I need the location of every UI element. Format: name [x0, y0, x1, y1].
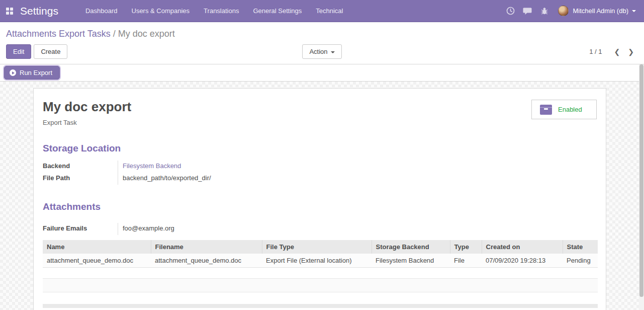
enabled-button[interactable]: Enabled — [531, 100, 597, 119]
grid-icon — [6, 8, 13, 15]
col-header-state[interactable]: State — [563, 240, 598, 254]
cp-left: Edit Create — [6, 44, 217, 59]
create-button[interactable]: Create — [34, 44, 67, 59]
record-subtitle: Export Task — [43, 119, 131, 126]
action-dropdown-button[interactable]: Action — [302, 44, 341, 59]
screen: Settings Dashboard Users & Companies Tra… — [0, 0, 644, 310]
attachments-table: Name Filename File Type Storage Backend … — [43, 240, 598, 308]
field-label-backend: Backend — [43, 161, 118, 170]
archive-icon — [540, 105, 552, 115]
empty-row — [43, 279, 598, 292]
table-row[interactable]: attachment_queue_demo.doc attachment_que… — [43, 254, 598, 268]
control-panel: Attachments Export Tasks / My doc export… — [0, 22, 644, 64]
empty-row — [43, 268, 598, 279]
run-export-button[interactable]: Run Export — [4, 66, 60, 80]
messages-chat-icon[interactable] — [519, 0, 536, 22]
pager-next-icon[interactable]: ❯ — [624, 47, 638, 57]
scrollbar-track[interactable] — [639, 64, 644, 310]
table-footer-row — [43, 304, 598, 308]
field-row-failure-emails: Failure Emails foo@example.org — [43, 223, 597, 235]
navbar-left: Settings Dashboard Users & Companies Tra… — [3, 0, 350, 22]
col-header-storage-backend[interactable]: Storage Backend — [372, 240, 450, 254]
cell-name: attachment_queue_demo.doc — [43, 254, 151, 268]
field-row-file-path: File Path backend_path/to/exported_dir/ — [43, 173, 597, 185]
enabled-label: Enabled — [558, 106, 582, 113]
user-menu[interactable]: Mitchell Admin (db) — [553, 0, 639, 22]
run-export-label: Run Export — [20, 69, 52, 76]
form-sheet: My doc export Export Task Enabled Storag… — [33, 88, 606, 310]
field-label-failure-emails: Failure Emails — [43, 223, 118, 232]
action-label: Action — [309, 48, 327, 55]
play-icon — [10, 69, 16, 76]
form-statusbar: Run Export — [0, 64, 644, 82]
cell-file-type: Export File (External location) — [262, 254, 372, 268]
pager: 1 / 1 ❮ ❯ — [427, 47, 638, 57]
avatar — [558, 6, 569, 16]
section-heading-attachments: Attachments — [43, 201, 597, 212]
col-header-filename[interactable]: Filename — [151, 240, 262, 254]
cell-type: File — [450, 254, 482, 268]
col-header-created-on[interactable]: Created on — [482, 240, 563, 254]
table-header-row: Name Filename File Type Storage Backend … — [43, 240, 598, 254]
breadcrumb: Attachments Export Tasks / My doc export — [6, 28, 638, 39]
field-label-file-path: File Path — [43, 173, 118, 182]
backend-value-link[interactable]: Filesystem Backend — [123, 162, 181, 170]
nav-item-users-companies[interactable]: Users & Companies — [127, 0, 195, 22]
record-title: My doc export — [43, 100, 131, 114]
failure-emails-value: foo@example.org — [118, 223, 248, 235]
nav-item-dashboard[interactable]: Dashboard — [81, 0, 122, 22]
scrollbar-thumb[interactable] — [639, 64, 643, 297]
breadcrumb-separator: / — [111, 29, 118, 39]
empty-row — [43, 292, 598, 304]
breadcrumb-parent-link[interactable]: Attachments Export Tasks — [6, 29, 111, 39]
apps-menu-icon[interactable] — [3, 0, 16, 22]
chevron-down-icon — [632, 10, 636, 12]
sheet-header: My doc export Export Task Enabled — [43, 100, 597, 126]
storage-location-fields: Backend Filesystem Backend File Path bac… — [43, 161, 597, 185]
section-heading-storage-location: Storage Location — [43, 143, 597, 154]
file-path-value: backend_path/to/exported_dir/ — [118, 173, 248, 185]
debug-bug-icon[interactable] — [536, 0, 553, 22]
attachments-fields: Failure Emails foo@example.org — [43, 223, 597, 235]
form-background: My doc export Export Task Enabled Storag… — [0, 82, 644, 310]
app-title[interactable]: Settings — [16, 5, 65, 17]
user-name: Mitchell Admin (db) — [573, 7, 628, 15]
field-row-backend: Backend Filesystem Backend — [43, 161, 597, 173]
cp-center: Action — [217, 44, 427, 59]
chevron-down-icon — [331, 51, 335, 53]
col-header-file-type[interactable]: File Type — [262, 240, 372, 254]
nav-item-technical[interactable]: Technical — [311, 0, 347, 22]
col-header-name[interactable]: Name — [43, 240, 151, 254]
nav-item-translations[interactable]: Translations — [199, 0, 243, 22]
cell-created-on: 07/09/2020 19:28:13 — [482, 254, 563, 268]
breadcrumb-current: My doc export — [118, 29, 175, 39]
nav-item-general-settings[interactable]: General Settings — [248, 0, 306, 22]
cell-filename: attachment_queue_demo.doc — [151, 254, 262, 268]
navbar-right: Mitchell Admin (db) — [502, 0, 639, 22]
cell-storage-backend: Filesystem Backend — [372, 254, 450, 268]
top-navbar: Settings Dashboard Users & Companies Tra… — [0, 0, 644, 22]
control-panel-buttons: Edit Create Action 1 / 1 ❮ ❯ — [6, 44, 638, 59]
edit-button[interactable]: Edit — [6, 44, 31, 59]
pager-previous-icon[interactable]: ❮ — [610, 47, 624, 57]
cell-state: Pending — [563, 254, 598, 268]
activities-clock-icon[interactable] — [502, 0, 519, 22]
pager-count: 1 / 1 — [589, 48, 602, 55]
col-header-type[interactable]: Type — [450, 240, 482, 254]
